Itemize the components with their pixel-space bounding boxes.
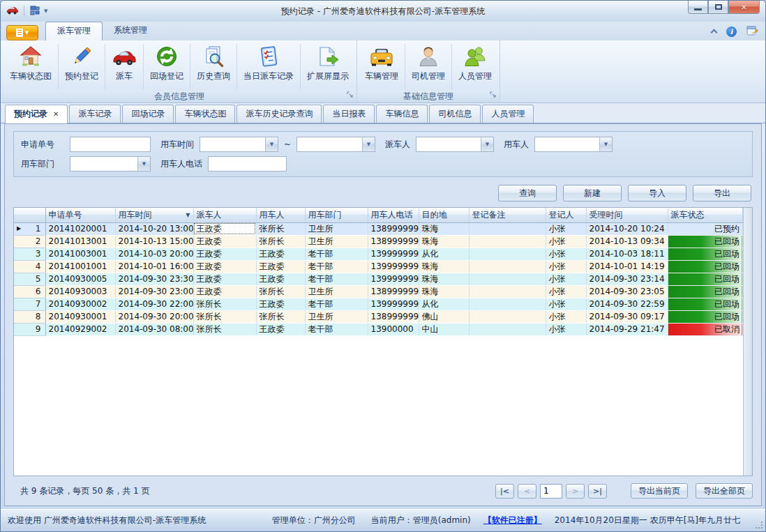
grid-row-6[interactable]: 6201409300032014-09-30 23:00王政委张所长卫生所138… — [14, 285, 743, 298]
cell-order_no[interactable]: 20141020001 — [45, 222, 115, 235]
row-indicator[interactable]: 6 — [14, 285, 45, 298]
chevron-down-icon[interactable]: ▼ — [599, 137, 612, 151]
collapse-ribbon-icon[interactable] — [711, 29, 718, 36]
cell-registrar[interactable]: 小张 — [546, 260, 586, 273]
grid-row-3[interactable]: 3201410030012014-10-03 20:00王政委王政委老干部139… — [14, 248, 743, 260]
grid-row-1[interactable]: ▶1201410200012014-10-20 13:00王政委张所长卫生所13… — [14, 222, 743, 235]
cell-order_no[interactable]: 20140930002 — [45, 298, 115, 310]
grid-row-9[interactable]: 9201409290022014-09-30 08:00张所长王政委老干部139… — [14, 323, 743, 335]
cell-phone[interactable]: 1389999999 — [368, 235, 419, 248]
quick-access-layout-icon[interactable] — [30, 6, 40, 17]
column-header-accept_time[interactable]: 受理时间 — [586, 208, 668, 222]
column-header-dispatcher[interactable]: 派车人 — [193, 208, 256, 222]
ribbon-button-extended-screen[interactable]: 扩展屏显示 — [301, 43, 355, 91]
cell-user[interactable]: 张所长 — [256, 222, 305, 235]
cell-accept_time[interactable]: 2014-09-30 23:05 — [586, 285, 668, 298]
cell-phone[interactable]: 13999999999 — [368, 273, 419, 285]
column-header-phone[interactable]: 用车人电话 — [368, 208, 419, 222]
ribbon-button-today-dispatch-records[interactable]: 当日派车记录 — [237, 43, 300, 91]
cell-status-cancelled[interactable]: 已取消 — [668, 323, 743, 335]
grid-vertical-scrollbar[interactable] — [743, 208, 752, 476]
cell-order_no[interactable]: 20140929002 — [45, 323, 115, 335]
row-indicator[interactable]: 2 — [14, 235, 45, 248]
cell-accept_time[interactable]: 2014-10-20 10:24 — [586, 222, 668, 235]
cell-use_time[interactable]: 2014-10-01 16:00 — [115, 260, 193, 273]
cell-order_no[interactable]: 20140930003 — [45, 285, 115, 298]
maximize-button[interactable] — [708, 1, 728, 14]
cell-note[interactable] — [469, 248, 546, 260]
cell-note[interactable] — [469, 260, 546, 273]
use-time-from-combo[interactable]: ▼ — [200, 137, 278, 152]
cell-accept_time[interactable]: 2014-09-30 22:59 — [586, 298, 668, 310]
cell-registrar[interactable]: 小张 — [546, 273, 586, 285]
cell-dispatcher[interactable]: 张所长 — [193, 310, 256, 323]
cell-registrar[interactable]: 小张 — [546, 285, 586, 298]
column-header-dept[interactable]: 用车部门 — [305, 208, 368, 222]
import-button[interactable]: 导入 — [628, 185, 686, 202]
about-icon[interactable] — [746, 25, 758, 38]
dialog-launcher-icon[interactable] — [347, 91, 354, 100]
row-indicator[interactable]: 5 — [14, 273, 45, 285]
first-page-button[interactable]: |< — [495, 484, 514, 499]
ribbon-button-return-register[interactable]: 回场登记 — [144, 43, 190, 91]
cell-registrar[interactable]: 小张 — [546, 235, 586, 248]
prev-page-button[interactable]: < — [518, 484, 536, 499]
cell-destination[interactable]: 中山 — [419, 323, 469, 335]
cell-user[interactable]: 王政委 — [256, 323, 305, 335]
phone-input[interactable] — [208, 156, 287, 172]
chevron-down-icon[interactable]: ▼ — [137, 157, 150, 171]
row-indicator[interactable]: 3 — [14, 248, 45, 260]
doc-tab-driver-info[interactable]: 司机信息 — [429, 105, 481, 123]
column-header-status[interactable]: 派车状态 — [668, 208, 743, 222]
grid-row-8[interactable]: 8201409300012014-09-30 20:00张所长张所长卫生所138… — [14, 310, 743, 323]
close-button[interactable]: ✕ — [728, 1, 760, 14]
close-tab-icon[interactable]: ✕ — [53, 110, 59, 118]
cell-dept[interactable]: 老干部 — [305, 260, 368, 273]
cell-phone[interactable]: 13999999999 — [368, 260, 419, 273]
order-no-input[interactable] — [70, 137, 151, 152]
cell-use_time[interactable]: 2014-09-30 08:00 — [115, 323, 193, 335]
doc-tab-reservation-records[interactable]: 预约记录✕ — [5, 105, 68, 123]
cell-status-reserved[interactable]: 已预约 — [668, 222, 743, 235]
cell-phone[interactable]: 1389999999 — [368, 222, 419, 235]
cell-destination[interactable]: 珠海 — [419, 222, 469, 235]
export-button[interactable]: 导出 — [693, 185, 751, 202]
cell-dept[interactable]: 老干部 — [305, 248, 368, 260]
cell-dept[interactable]: 老干部 — [305, 323, 368, 335]
doc-tab-return-records[interactable]: 回场记录 — [122, 105, 174, 123]
chevron-down-icon[interactable]: ▼ — [265, 137, 278, 151]
cell-destination[interactable]: 从化 — [419, 298, 469, 310]
cell-destination[interactable]: 从化 — [419, 248, 469, 260]
cell-note[interactable] — [469, 323, 546, 335]
last-page-button[interactable]: >| — [588, 484, 607, 499]
grid-row-4[interactable]: 4201410010012014-10-01 16:00王政委王政委老干部139… — [14, 260, 743, 273]
row-indicator[interactable]: ▶1 — [14, 222, 45, 235]
cell-dept[interactable]: 卫生所 — [305, 310, 368, 323]
cell-order_no[interactable]: 20141013001 — [45, 235, 115, 248]
cell-use_time[interactable]: 2014-10-13 15:00 — [115, 235, 193, 248]
next-page-button[interactable]: > — [566, 484, 585, 499]
cell-dispatcher[interactable]: 张所长 — [193, 298, 256, 310]
doc-tab-dispatch-history-query[interactable]: 派车历史记录查询 — [236, 105, 322, 123]
cell-dept[interactable]: 卫生所 — [305, 235, 368, 248]
cell-phone[interactable]: 1389999999 — [368, 310, 419, 323]
row-indicator[interactable]: 9 — [14, 323, 45, 335]
cell-accept_time[interactable]: 2014-10-01 14:19 — [586, 260, 668, 273]
cell-user[interactable]: 王政委 — [256, 298, 305, 310]
cell-status-returned[interactable]: 已回场 — [668, 310, 743, 323]
application-menu-button[interactable]: ▼ — [6, 25, 38, 40]
row-indicator[interactable]: 8 — [14, 310, 45, 323]
cell-dispatcher[interactable]: 王政委 — [193, 222, 256, 235]
chevron-down-icon[interactable]: ▼ — [362, 137, 375, 151]
cell-order_no[interactable]: 20141003001 — [45, 248, 115, 260]
sort-descending-icon[interactable]: ▼ — [186, 212, 190, 218]
cell-registrar[interactable]: 小张 — [546, 323, 586, 335]
cell-note[interactable] — [469, 235, 546, 248]
ribbon-tab-dispatch-management[interactable]: 派车管理 — [45, 22, 103, 40]
row-indicator[interactable]: 7 — [14, 298, 45, 310]
column-header-order_no[interactable]: 申请单号 — [45, 208, 115, 222]
cell-status-returned[interactable]: 已回场 — [668, 285, 743, 298]
cell-status-returned[interactable]: 已回场 — [668, 273, 743, 285]
column-header-destination[interactable]: 目的地 — [419, 208, 469, 222]
cell-use_time[interactable]: 2014-09-30 22:00 — [115, 298, 193, 310]
